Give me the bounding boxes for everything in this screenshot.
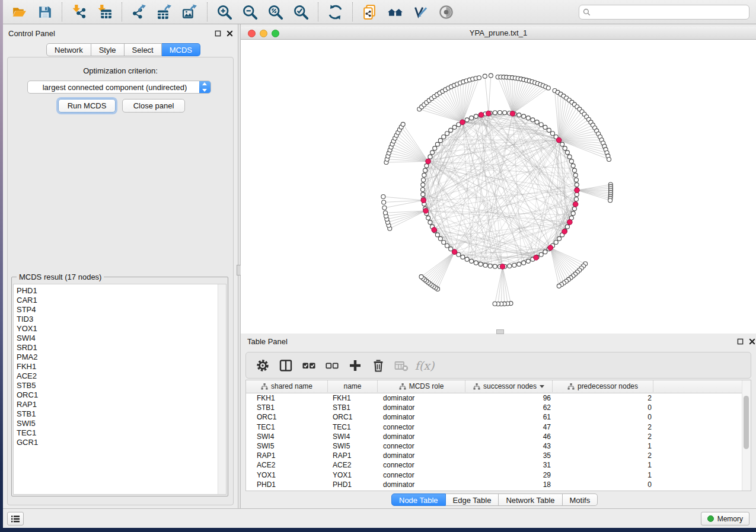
network-node[interactable] [401, 122, 405, 126]
panel-list-button[interactable] [7, 512, 24, 525]
open-session-button[interactable] [10, 3, 28, 21]
network-node[interactable] [567, 155, 572, 159]
network-edge[interactable] [389, 211, 426, 226]
network-node[interactable] [557, 236, 562, 241]
column-header-shared-name[interactable]: shared name [246, 380, 328, 392]
vizmapper-button[interactable] [412, 3, 430, 21]
table-row[interactable]: ORC1ORC1dominator610 [246, 412, 742, 422]
table-row[interactable]: RAP1RAP1dominator352 [246, 451, 742, 460]
network-node[interactable] [522, 261, 526, 265]
network-node[interactable] [517, 113, 521, 117]
table-row[interactable]: ACE2ACE2connector311 [246, 460, 742, 470]
network-edge[interactable] [428, 252, 454, 283]
network-node[interactable] [426, 216, 430, 220]
table-row[interactable]: FKH1FKH1dominator962 [246, 393, 742, 403]
import-table-button[interactable] [95, 3, 114, 21]
network-edge[interactable] [432, 252, 454, 285]
network-edge[interactable] [512, 85, 540, 114]
column-header-name[interactable]: name [328, 380, 378, 392]
network-node[interactable] [571, 211, 575, 216]
network-edge[interactable] [423, 200, 463, 257]
mcds-result-item[interactable]: ORC1 [17, 390, 226, 400]
network-node[interactable] [483, 263, 487, 267]
network-node[interactable] [430, 150, 435, 155]
network-node[interactable] [557, 284, 561, 288]
network-node[interactable] [535, 120, 539, 124]
table-row[interactable]: YOX1YOX1connector291 [246, 470, 742, 480]
mcds-result-item[interactable]: ACE2 [17, 371, 226, 381]
network-node[interactable] [498, 111, 502, 115]
window-close-icon[interactable] [248, 30, 256, 37]
window-minimize-icon[interactable] [260, 30, 267, 37]
network-edge[interactable] [419, 109, 462, 122]
mcds-result-item[interactable]: FKH1 [17, 362, 226, 371]
network-node[interactable] [470, 259, 474, 263]
network-node[interactable] [428, 155, 432, 159]
table-settings-button[interactable] [254, 357, 271, 374]
network-node[interactable] [470, 116, 474, 120]
mcds-result-item[interactable]: SRD1 [17, 343, 226, 352]
hide-button[interactable] [437, 3, 455, 21]
tab-edge-table[interactable]: Edge Table [446, 493, 499, 506]
network-hub-node[interactable] [562, 229, 567, 235]
mcds-result-item[interactable]: STP4 [17, 305, 226, 315]
network-node[interactable] [488, 264, 492, 268]
memory-button[interactable]: Memory [701, 512, 749, 525]
network-edge[interactable] [428, 116, 480, 162]
first-neighbors-button[interactable] [386, 3, 404, 21]
network-edge[interactable] [436, 252, 455, 288]
network-node[interactable] [489, 73, 493, 78]
table-row[interactable]: SWI4SWI4dominator462 [246, 432, 742, 441]
zoom-fit-button[interactable] [266, 3, 285, 21]
tab-network-table[interactable]: Network Table [499, 493, 562, 506]
network-node[interactable] [526, 116, 530, 120]
network-node[interactable] [465, 118, 469, 122]
network-node[interactable] [607, 157, 611, 161]
table-row[interactable]: PHD1PHD1dominator180 [246, 480, 742, 489]
network-node[interactable] [546, 86, 550, 90]
network-node[interactable] [575, 182, 579, 187]
network-node[interactable] [573, 173, 578, 177]
network-node[interactable] [422, 178, 426, 182]
search-input[interactable] [593, 8, 745, 17]
import-network-button[interactable] [70, 3, 88, 21]
refresh-button[interactable] [326, 3, 344, 21]
network-node[interactable] [423, 168, 428, 172]
network-hub-node[interactable] [556, 137, 562, 143]
network-edge[interactable] [559, 140, 605, 146]
network-node[interactable] [382, 200, 386, 204]
network-node[interactable] [479, 262, 483, 266]
network-node[interactable] [449, 128, 453, 132]
network-node[interactable] [483, 74, 487, 78]
network-node[interactable] [508, 264, 512, 268]
network-edge[interactable] [485, 76, 489, 114]
mcds-result-item[interactable]: YOX1 [17, 324, 226, 334]
network-edge[interactable] [434, 252, 455, 287]
network-node[interactable] [493, 264, 497, 268]
mcds-result-item[interactable]: SWI4 [17, 334, 226, 343]
export-web-button[interactable] [361, 3, 379, 21]
network-edge[interactable] [386, 161, 428, 162]
network-node[interactable] [457, 252, 461, 257]
table-row[interactable]: TEC1TEC1connector472 [246, 422, 742, 432]
network-graph[interactable] [241, 40, 756, 334]
network-hub-node[interactable] [460, 120, 465, 125]
network-node[interactable] [381, 195, 385, 199]
table-close-button[interactable] [748, 338, 756, 345]
table-float-button[interactable] [736, 338, 744, 345]
network-node[interactable] [565, 225, 569, 229]
network-edge[interactable] [550, 248, 577, 272]
mcds-result-item[interactable]: STB5 [17, 381, 226, 390]
network-node[interactable] [563, 146, 567, 150]
network-node[interactable] [503, 111, 507, 115]
network-node[interactable] [419, 275, 423, 279]
network-edge[interactable] [403, 124, 428, 162]
network-node[interactable] [382, 206, 387, 210]
tab-style[interactable]: Style [91, 43, 125, 56]
network-edge[interactable] [394, 141, 428, 161]
network-hub-node[interactable] [452, 249, 457, 255]
network-node[interactable] [445, 243, 449, 248]
network-node[interactable] [554, 240, 558, 244]
network-node[interactable] [493, 111, 497, 115]
network-hub-node[interactable] [548, 245, 553, 251]
